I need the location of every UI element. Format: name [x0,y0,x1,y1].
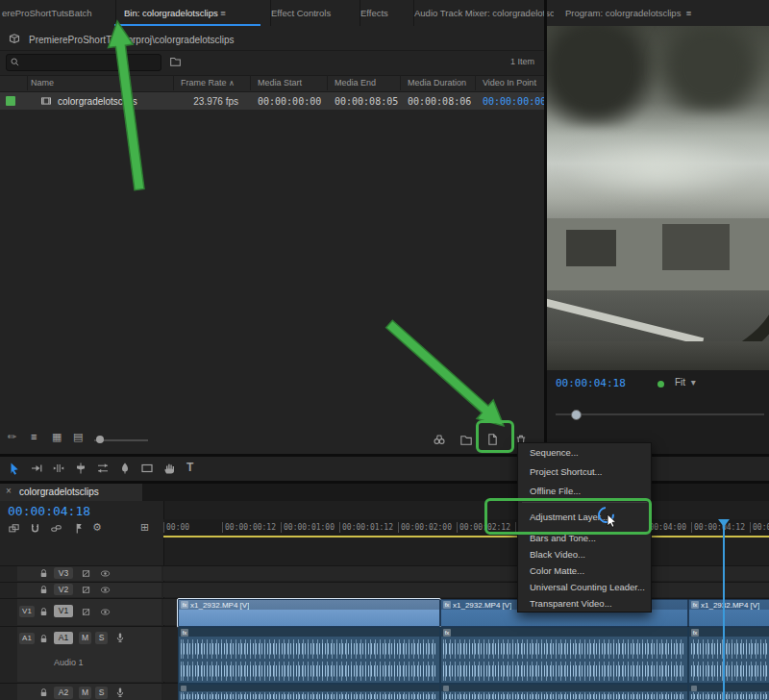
source-patch-v1[interactable]: V1 [19,606,35,617]
zoom-level-dropdown[interactable]: Fit ▾ [675,377,696,388]
source-patch-a1[interactable]: A1 [19,633,35,644]
tab-label: ereProShortTutsBatch [2,8,92,18]
track-target-v2[interactable]: V2 [54,584,73,595]
column-divider [250,75,251,90]
mute-button[interactable]: M [79,632,91,644]
video-light-patch [557,137,758,199]
timeline-timecode[interactable]: 00:00:04:18 [8,504,90,518]
column-divider [173,75,174,90]
eye-icon[interactable] [100,607,111,617]
menu-item-transparent-video[interactable]: Transparent Video... [518,595,651,612]
sync-lock-icon[interactable] [81,585,91,595]
search-box[interactable] [6,54,161,71]
sequence-clip-icon [40,95,52,107]
tab-effect-controls[interactable]: Effect Controls [261,0,360,26]
lock-icon[interactable] [38,688,49,698]
tab-audio-track-mixer[interactable]: Audio Track Mixer: colorgradelotsclips [405,0,554,26]
pen-tool-icon[interactable] [118,462,132,475]
snap-magnet-icon[interactable] [29,522,41,535]
timeline-grid-icon[interactable]: ⊞ [140,521,149,534]
column-header-media-start[interactable]: Media Start [258,78,302,88]
video-clip[interactable]: fxx1_2932.MP4 [V] [688,599,769,627]
column-header-media-duration[interactable]: Media Duration [408,78,466,88]
audio-clip[interactable]: fx [688,627,769,684]
add-marker-icon[interactable] [73,522,86,535]
nest-toggle-icon[interactable] [8,522,20,535]
tab-program-monitor[interactable]: Program: colorgradelotsclips ≡ [556,0,769,26]
rectangle-tool-icon[interactable] [140,462,154,475]
zoom-level-value: Fit [675,377,685,388]
column-header-name[interactable]: Name [31,78,54,88]
menu-item-color-matte[interactable]: Color Matte... [518,562,651,579]
breadcrumb[interactable]: PremiereProShortTut...prproj\colorgradel… [29,35,235,45]
audio-clip[interactable]: fx [440,627,688,684]
slip-tool-icon[interactable] [96,462,110,475]
column-header-media-end[interactable]: Media End [335,78,376,88]
new-bin-icon[interactable] [459,433,473,446]
menu-item-black-video[interactable]: Black Video... [518,546,651,562]
tab-project-batch[interactable]: ereProShortTutsBatch [0,0,116,26]
lock-icon[interactable] [38,607,49,617]
video-clip[interactable]: fxx1_2932.MP4 [V] [178,599,440,627]
selection-tool-icon[interactable] [8,462,21,475]
type-tool-icon[interactable]: T [186,461,193,474]
mic-icon[interactable] [114,687,126,698]
column-header-video-in-point[interactable]: Video In Point [483,78,536,88]
panel-menu-icon[interactable]: ≡ [220,8,226,18]
program-timecode[interactable]: 00:00:04:18 [556,377,626,389]
playhead[interactable] [723,519,725,700]
ruler-label: 00:00:01:00 [281,522,335,533]
tools-panel [0,457,769,481]
track-select-tool-icon[interactable] [30,462,43,475]
freeform-view-icon[interactable]: ▤ [73,431,83,443]
waveform [691,692,768,700]
list-view-icon[interactable]: ≡ [31,431,37,442]
eye-icon[interactable] [100,568,111,579]
menu-item-project-shortcut[interactable]: Project Shortcut... [518,462,651,482]
find-icon[interactable] [433,433,446,446]
track-target-v3[interactable]: V3 [54,567,73,579]
audio-clip[interactable] [688,684,769,700]
tab-label: Effect Controls [271,8,331,18]
eye-icon[interactable] [100,585,111,595]
mic-icon[interactable] [114,632,126,643]
mute-button[interactable]: M [79,687,91,699]
close-icon[interactable]: × [6,486,12,496]
audio-clip[interactable] [440,684,688,700]
linked-selection-icon[interactable] [50,522,62,535]
audio-clip[interactable]: fx [178,627,440,684]
track-target-a1[interactable]: A1 [54,632,73,644]
tab-bin-colorgradelotsclips[interactable]: Bin: colorgradelotsclips ≡ [114,0,271,26]
sync-lock-icon[interactable] [81,568,91,579]
tab-label: Program: colorgradelotsclips [565,8,681,18]
solo-button[interactable]: S [95,687,108,699]
search-input[interactable] [24,56,159,69]
program-scrubber-knob[interactable] [571,410,582,420]
panel-menu-icon[interactable]: ≡ [686,8,692,18]
row-cell-video-in-point[interactable]: 00:00:00:00 [483,96,546,107]
clip-color-label[interactable] [6,96,15,106]
timeline-settings-icon[interactable]: ⚙ [92,521,102,534]
waveform [181,692,437,700]
program-scrubber-track[interactable] [556,413,764,415]
zoom-slider-handle[interactable] [96,436,104,443]
ripple-edit-tool-icon[interactable] [52,462,65,475]
project-writable-icon[interactable]: ✏ [8,431,16,443]
track-target-v1[interactable]: V1 [54,605,73,617]
menu-item-universal-counting-leader[interactable]: Universal Counting Leader... [518,579,651,595]
timeline-tab[interactable]: × colorgradelotsclips [0,484,142,501]
lock-icon[interactable] [38,568,49,579]
razor-tool-icon[interactable] [74,462,87,475]
hand-tool-icon[interactable] [162,462,176,475]
lock-icon[interactable] [38,585,49,595]
track-target-a2[interactable]: A2 [54,687,73,699]
column-header-frame-rate[interactable]: Frame Rate ∧ [181,78,235,88]
sync-lock-icon[interactable] [81,607,91,617]
audio-clip[interactable] [178,684,440,700]
search-icon [10,57,20,67]
lock-icon[interactable] [38,634,49,644]
filter-bin-icon[interactable] [169,55,182,67]
solo-button[interactable]: S [95,632,108,644]
menu-item-sequence[interactable]: Sequence... [518,443,651,462]
icon-view-icon[interactable]: ▦ [52,431,62,443]
